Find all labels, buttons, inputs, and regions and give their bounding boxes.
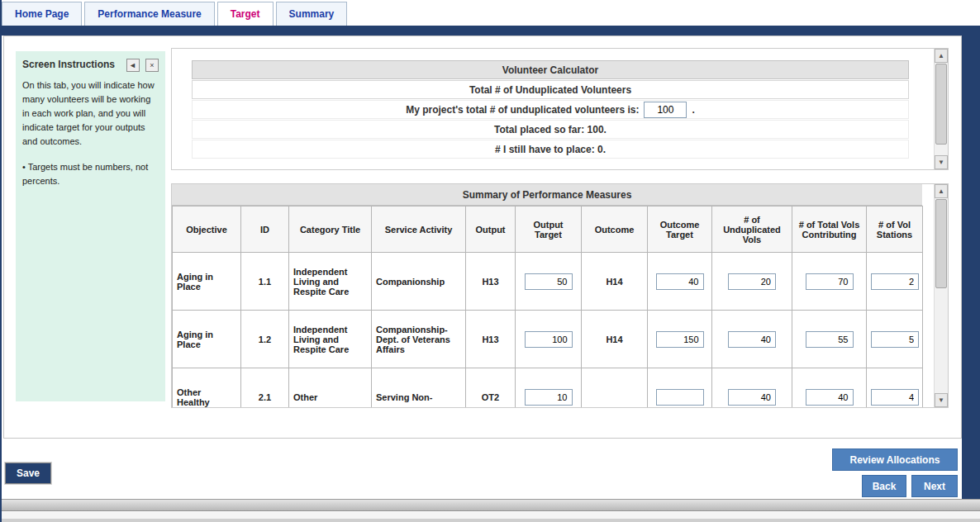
col-service-activity: Service Activity [372, 206, 466, 253]
calculator-input-row: My project's total # of unduplicated vol… [192, 100, 909, 119]
col-outcome: Outcome [582, 206, 648, 253]
window-right-edge [962, 36, 980, 499]
unduplicated-volunteers-input[interactable] [644, 102, 687, 118]
cell-id: 1.1 [241, 253, 289, 311]
screen-instructions-panel: Screen Instructions ◄ × On this tab, you… [16, 51, 165, 401]
outcome-target-input[interactable] [656, 331, 704, 348]
unduplicated-vols-input[interactable] [728, 331, 776, 348]
tab-home-page[interactable]: Home Page [2, 2, 82, 26]
scroll-down-icon[interactable]: ▼ [935, 155, 948, 169]
col-objective: Objective [173, 206, 241, 253]
cell-output: H13 [466, 311, 516, 368]
instructions-bullet: • Targets must be numbers, not percents. [22, 160, 159, 188]
cell-output: OT2 [466, 368, 516, 409]
total-vols-input[interactable] [806, 273, 854, 290]
cell-category: Independent Living and Respite Care [289, 311, 372, 368]
screen-instructions-header: Screen Instructions ◄ × [22, 56, 159, 72]
vol-stations-input[interactable] [871, 273, 919, 290]
calculator-scrollbar[interactable]: ▲ ▼ [934, 49, 948, 169]
tab-target[interactable]: Target [217, 2, 274, 26]
cell-objective: Aging in Place [173, 311, 241, 368]
col-vol-stations: # of Vol Stations [867, 206, 923, 253]
unduplicated-volunteers-label: My project's total # of unduplicated vol… [406, 104, 639, 116]
vol-stations-input[interactable] [871, 389, 919, 406]
collapse-left-icon[interactable]: ◄ [126, 59, 140, 72]
cell-outcome: H14 [582, 253, 648, 311]
tab-performance-measure[interactable]: Performance Measure [84, 2, 214, 26]
close-icon[interactable]: × [145, 59, 159, 72]
cell-id: 1.2 [241, 311, 289, 368]
page: Home Page Performance Measure Target Sum… [0, 0, 980, 522]
col-outcome-target: Outcome Target [648, 206, 712, 253]
table-row: Aging in Place 1.1 Independent Living an… [173, 253, 923, 311]
table-row: Aging in Place 1.2 Independent Living an… [173, 311, 923, 368]
col-total-vols-contributing: # of Total Vols Contributing [792, 206, 867, 253]
tab-bar: Home Page Performance Measure Target Sum… [2, 0, 980, 26]
calculator-subtitle: Total # of Unduplicated Volunteers [192, 80, 909, 99]
total-placed-text: Total placed so far: 100. [192, 120, 909, 139]
col-output: Output [466, 206, 516, 253]
outcome-target-input[interactable] [656, 273, 704, 290]
outcome-target-input[interactable] [656, 389, 704, 406]
output-target-input[interactable] [525, 389, 573, 406]
volunteer-calculator-title: Volunteer Calculator [192, 60, 909, 79]
table-row: Other Healthy 2.1 Other Serving Non- OT2 [173, 368, 923, 409]
performance-measures-title: Summary of Performance Measures [172, 184, 922, 206]
performance-measures-panel: Summary of Performance Measures Objectiv… [171, 183, 949, 408]
status-bar [2, 499, 980, 511]
cell-output: H13 [466, 253, 516, 311]
scroll-down-icon[interactable]: ▼ [935, 393, 948, 407]
unduplicated-vols-input[interactable] [728, 273, 776, 290]
cell-category: Other [289, 368, 372, 409]
tab-label: Performance Measure [98, 8, 201, 20]
header-divider-bar [2, 26, 980, 36]
cell-objective: Aging in Place [173, 253, 241, 311]
cell-outcome [582, 368, 648, 409]
back-button[interactable]: Back [862, 475, 906, 497]
tab-label: Home Page [15, 8, 69, 20]
review-allocations-button[interactable]: Review Allocations [832, 448, 958, 471]
scrollbar-thumb[interactable] [935, 199, 947, 288]
window-bottom-edge [2, 512, 980, 522]
col-category-title: Category Title [289, 206, 372, 253]
scrollbar-thumb[interactable] [935, 64, 947, 145]
total-vols-input[interactable] [806, 389, 854, 406]
input-suffix: . [692, 104, 694, 116]
cell-activity: Companionship [372, 253, 466, 311]
cell-objective: Other Healthy [173, 368, 241, 409]
cell-activity: Serving Non- [372, 368, 466, 409]
cell-outcome: H14 [582, 311, 648, 368]
save-button[interactable]: Save [5, 463, 51, 484]
performance-measures-table: Objective ID Category Title Service Acti… [172, 206, 923, 408]
tab-label: Target [231, 8, 260, 20]
cell-id: 2.1 [241, 368, 289, 409]
still-to-place-text: # I still have to place: 0. [192, 140, 909, 159]
cell-category: Independent Living and Respite Care [289, 253, 372, 311]
main-content: Screen Instructions ◄ × On this tab, you… [3, 36, 962, 439]
output-target-input[interactable] [525, 273, 573, 290]
unduplicated-vols-input[interactable] [728, 389, 776, 406]
table-header-row: Objective ID Category Title Service Acti… [173, 206, 923, 253]
cell-activity: Companionship-Dept. of Veterans Affairs [372, 311, 466, 368]
next-button[interactable]: Next [911, 475, 958, 497]
scroll-up-icon[interactable]: ▲ [935, 49, 948, 63]
output-target-input[interactable] [525, 331, 573, 348]
col-id: ID [241, 206, 289, 253]
volunteer-calculator-table: Volunteer Calculator Total # of Unduplic… [192, 60, 909, 159]
volunteer-calculator-panel: Volunteer Calculator Total # of Unduplic… [171, 48, 949, 170]
scroll-up-icon[interactable]: ▲ [935, 184, 948, 198]
col-output-target: Output Target [516, 206, 582, 253]
instructions-controls: ◄ × [124, 56, 159, 72]
tab-summary[interactable]: Summary [276, 2, 348, 26]
screen-instructions-title: Screen Instructions [22, 59, 115, 70]
tab-label: Summary [289, 8, 335, 20]
performance-measures-scrollbar[interactable]: ▲ ▼ [934, 184, 948, 407]
total-vols-input[interactable] [806, 331, 854, 348]
instructions-paragraph: On this tab, you will indicate how many … [22, 78, 159, 149]
col-unduplicated-vols: # of Unduplicated Vols [712, 206, 792, 253]
vol-stations-input[interactable] [871, 331, 919, 348]
